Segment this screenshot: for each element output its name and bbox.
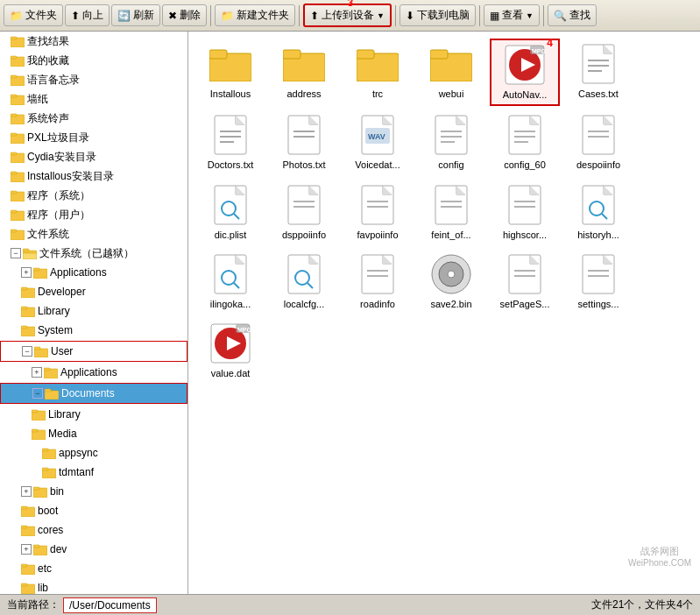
sidebar-item-applications2[interactable]: + Applications (0, 363, 187, 382)
up-button[interactable]: ⬆ 向上 (65, 4, 110, 26)
file-icon-doctors (209, 114, 251, 156)
download-button[interactable]: ⬇ 下载到电脑 (399, 4, 476, 26)
svg-rect-28 (21, 287, 27, 290)
sidebar-item-cydia[interactable]: Cydia安装目录 (0, 147, 187, 166)
sidebar-item-filesystem[interactable]: 文件系统 (0, 224, 187, 244)
sidebar-item-media[interactable]: Media (0, 424, 187, 443)
file-icon-valuedat: MPG (209, 322, 251, 364)
sidebar-item-boot[interactable]: boot (0, 501, 187, 520)
svg-point-154 (448, 271, 455, 278)
folder-icon-open (34, 345, 48, 357)
sidebar-item-appsync[interactable]: appsync (0, 443, 187, 463)
folder-icon (42, 447, 56, 459)
find-button[interactable]: 🔍 查找 (548, 4, 597, 26)
expand-docs[interactable]: − (32, 388, 43, 399)
sidebar-item-documents[interactable]: − Documents 2 (1, 384, 187, 403)
sidebar-item-applications1[interactable]: + Applications (0, 263, 187, 282)
file-icon-dsppoiinfo (283, 184, 325, 226)
expand-app1[interactable]: + (21, 267, 32, 278)
file-item-despoiinfo[interactable]: despoiinfo (563, 110, 633, 175)
file-item-voicedat[interactable]: WAV Voicedat... (343, 110, 413, 175)
sidebar-item-programs-user[interactable]: 程序（用户） (0, 205, 187, 224)
folder-icon (32, 408, 46, 421)
sidebar-item-search-result[interactable]: 查找结果 (0, 32, 187, 51)
folder-icon (21, 582, 35, 594)
sidebar-item-system[interactable]: System (0, 321, 187, 340)
expand-app2[interactable]: + (32, 367, 42, 378)
refresh-button[interactable]: 🔄 刷新 (111, 4, 160, 26)
file-item-setpages[interactable]: setPageS... (490, 249, 560, 315)
sidebar-item-cores[interactable]: cores (0, 520, 187, 540)
file-item-dsppoiinfo[interactable]: dsppoiinfo (269, 180, 339, 245)
file-item-config60[interactable]: config_60 (490, 110, 560, 175)
file-item-photos[interactable]: Photos.txt (269, 110, 339, 175)
file-item-dicplist[interactable]: dic.plist (195, 180, 265, 245)
sidebar-item-jailbreak[interactable]: − 文件系统（已越狱） (0, 244, 187, 263)
folder-icon (11, 93, 25, 105)
sidebar-item-developer[interactable]: Developer (0, 282, 187, 301)
file-item-doctors[interactable]: Doctors.txt (195, 110, 265, 175)
view-button[interactable]: ▦ 查看 ▼ (484, 4, 540, 26)
folder-icon (33, 485, 47, 498)
file-item-historyh[interactable]: historyh... (563, 180, 633, 245)
file-icon-favpoiinfo (357, 184, 399, 226)
sidebar-item-ringtone[interactable]: 系统铃声 (0, 109, 187, 128)
find-icon: 🔍 (554, 10, 567, 22)
file-item-trc[interactable]: trc (343, 39, 413, 106)
folder-icon (11, 112, 25, 124)
file-item-roadinfo[interactable]: roadinfo (343, 249, 413, 315)
sidebar-item-library2[interactable]: Library (0, 405, 187, 424)
file-icon-installous (209, 43, 251, 85)
sidebar-item-bin[interactable]: + bin (0, 482, 187, 501)
file-item-settings[interactable]: settings... (563, 249, 633, 315)
sidebar-item-pxl[interactable]: PXL垃圾目录 (0, 128, 187, 147)
expand-dev[interactable]: + (21, 544, 32, 555)
sidebar-item-favorites[interactable]: 我的收藏 (0, 51, 187, 70)
file-icon-ilingoka (209, 253, 251, 295)
file-item-autonav[interactable]: MPG 4 AutoNav... (490, 39, 560, 106)
folder-icon (21, 562, 35, 575)
file-item-installous[interactable]: Installous (195, 39, 265, 106)
folder-icon (21, 305, 35, 317)
folder-icon-open (23, 247, 37, 259)
sidebar-item-programs-sys[interactable]: 程序（系统） (0, 186, 187, 205)
delete-button[interactable]: ✖ 删除 (162, 4, 207, 26)
expand-bin[interactable]: + (21, 486, 32, 497)
sidebar-item-lib[interactable]: lib (0, 578, 187, 594)
sidebar-item-installous[interactable]: Installous安装目录 (0, 166, 187, 186)
new-folder-button[interactable]: 📁 新建文件夹 (215, 4, 295, 26)
folder-icon (21, 324, 35, 336)
sidebar-item-library1[interactable]: Library (0, 301, 187, 321)
sidebar-item-voice[interactable]: 语言备忘录 (0, 70, 187, 89)
file-icon-setpages (504, 253, 546, 295)
file-item-localcfg[interactable]: localcfg... (269, 249, 339, 315)
file-item-feintof[interactable]: feint_of... (416, 180, 486, 245)
file-icon-trc (357, 43, 399, 85)
folder-icon (11, 54, 25, 67)
file-item-highscor[interactable]: highscor... (490, 180, 560, 245)
expand-user[interactable]: − (22, 346, 32, 357)
file-item-valuedat[interactable]: MPG value.dat (195, 318, 265, 384)
sidebar-item-etc[interactable]: etc (0, 559, 187, 578)
file-item-cases[interactable]: Cases.txt (563, 39, 633, 106)
file-item-config[interactable]: config (416, 110, 486, 175)
file-item-webui[interactable]: webui (416, 39, 486, 106)
sidebar-item-wallpaper[interactable]: 墙纸 (0, 89, 187, 109)
svg-rect-58 (21, 583, 27, 586)
download-icon: ⬇ (406, 10, 414, 22)
sidebar-item-user[interactable]: − User 1 (1, 342, 187, 361)
file-item-address[interactable]: address (269, 39, 339, 106)
file-icon-despoiinfo (577, 114, 619, 156)
expand-jailbreak[interactable]: − (11, 248, 21, 258)
file-item-save2bin[interactable]: save2.bin (416, 249, 486, 315)
upload-button[interactable]: ⬆ 上传到设备 ▼ 3 (303, 4, 392, 27)
folder-icon (11, 209, 25, 221)
sidebar-item-dev[interactable]: + dev (0, 540, 187, 559)
svg-rect-74 (283, 50, 301, 59)
file-item-ilingoka[interactable]: ilingoka... (195, 249, 265, 315)
file-item-favpoiinfo[interactable]: favpoiinfo (343, 180, 413, 245)
sidebar-item-tdmtanf[interactable]: tdmtanf (0, 463, 187, 482)
file-icon-config (430, 114, 472, 156)
folder-button[interactable]: 📁 文件夹 (4, 4, 63, 26)
watermark: 战斧网图 WeiPhone.COM (628, 545, 691, 568)
